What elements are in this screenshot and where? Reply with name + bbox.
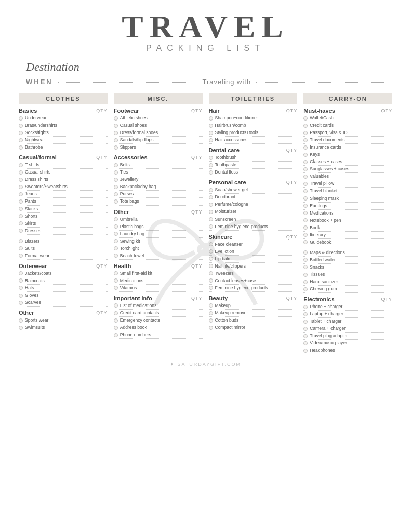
checkbox[interactable] xyxy=(19,246,23,250)
list-item[interactable]: Dresses xyxy=(19,228,108,235)
checkbox[interactable] xyxy=(209,303,213,308)
checkbox[interactable] xyxy=(19,221,23,225)
checkbox[interactable] xyxy=(209,195,213,200)
list-item[interactable]: T-shirts xyxy=(19,162,108,169)
checkbox[interactable] xyxy=(209,124,213,128)
list-item[interactable]: Eye lotion xyxy=(209,248,298,256)
list-item[interactable]: Jewellery xyxy=(114,176,203,183)
list-item[interactable]: Cotton buds xyxy=(209,317,298,324)
list-item[interactable]: Jeans xyxy=(19,191,108,198)
checkbox[interactable] xyxy=(114,131,118,135)
list-item[interactable]: Styling products+tools xyxy=(209,129,298,137)
checkbox[interactable] xyxy=(114,217,118,221)
checkbox[interactable] xyxy=(303,116,308,121)
list-item[interactable]: Feminine hygiene products xyxy=(209,223,298,231)
checkbox[interactable] xyxy=(114,192,118,196)
list-item[interactable]: Casual shoes xyxy=(114,122,203,129)
checkbox[interactable] xyxy=(19,170,23,175)
list-item[interactable]: Dress/formal shoes xyxy=(114,129,203,137)
checkbox[interactable] xyxy=(19,326,23,330)
list-item[interactable]: Belts xyxy=(114,162,203,169)
checkbox[interactable] xyxy=(209,203,213,207)
list-item[interactable]: Guidebook xyxy=(303,239,392,246)
checkbox[interactable] xyxy=(114,145,118,150)
list-item[interactable]: Underwear xyxy=(19,115,108,122)
list-item[interactable]: Shorts xyxy=(19,213,108,220)
list-item[interactable]: Swimsuits xyxy=(19,324,108,331)
checkbox[interactable] xyxy=(114,239,118,243)
list-item[interactable]: Maps & directions xyxy=(303,249,392,257)
checkbox[interactable] xyxy=(19,131,23,135)
list-item[interactable]: Dental floss xyxy=(209,169,298,176)
checkbox[interactable] xyxy=(209,326,213,330)
list-item[interactable]: Hats xyxy=(19,285,108,292)
checkbox[interactable] xyxy=(303,250,308,255)
list-item[interactable]: Travel pillow xyxy=(303,180,392,188)
list-item[interactable]: Gloves xyxy=(19,292,108,299)
list-item[interactable]: Phone + charger xyxy=(303,303,392,311)
list-item[interactable]: Slippers xyxy=(114,144,203,151)
checkbox[interactable] xyxy=(209,131,213,135)
checkbox[interactable] xyxy=(209,188,213,192)
checkbox[interactable] xyxy=(303,211,308,215)
checkbox[interactable] xyxy=(19,239,23,243)
list-item[interactable]: Sports wear xyxy=(19,317,108,324)
list-item[interactable]: Passport, visa & ID xyxy=(303,129,392,137)
checkbox[interactable] xyxy=(209,264,213,268)
list-item[interactable]: Address book xyxy=(114,324,203,331)
checkbox[interactable] xyxy=(303,196,308,201)
list-item[interactable]: Casual shirts xyxy=(19,169,108,176)
checkbox[interactable] xyxy=(303,280,308,284)
list-item[interactable]: Laptop + charger xyxy=(303,311,392,318)
list-item[interactable]: Hair accessories xyxy=(209,137,298,144)
checkbox[interactable] xyxy=(114,138,118,142)
checkbox[interactable] xyxy=(209,224,213,229)
list-item[interactable]: Small first-aid kit xyxy=(114,270,203,277)
list-item[interactable]: Ties xyxy=(114,169,203,176)
list-item[interactable]: Camera + charger xyxy=(303,325,392,332)
checkbox[interactable] xyxy=(19,163,23,167)
checkbox[interactable] xyxy=(114,178,118,182)
checkbox[interactable] xyxy=(19,200,23,204)
checkbox[interactable] xyxy=(114,170,118,175)
checkbox[interactable] xyxy=(114,246,118,250)
checkbox[interactable] xyxy=(303,287,308,291)
list-item[interactable]: Vitamins xyxy=(114,285,203,292)
checkbox[interactable] xyxy=(209,249,213,254)
list-item[interactable]: Bathrobe xyxy=(19,144,108,151)
list-item[interactable]: Lip balm xyxy=(209,256,298,263)
checkbox[interactable] xyxy=(114,200,118,204)
checkbox[interactable] xyxy=(114,232,118,236)
checkbox[interactable] xyxy=(19,271,23,275)
list-item[interactable]: Medications xyxy=(114,277,203,285)
checkbox[interactable] xyxy=(303,153,308,157)
checkbox[interactable] xyxy=(114,318,118,323)
checkbox[interactable] xyxy=(303,204,308,208)
checkbox[interactable] xyxy=(19,145,23,150)
checkbox[interactable] xyxy=(19,318,23,323)
checkbox[interactable] xyxy=(19,185,23,189)
checkbox[interactable] xyxy=(19,229,23,233)
list-item[interactable]: Emergency contacts xyxy=(114,317,203,324)
list-item[interactable]: Hand sanitizer xyxy=(303,278,392,286)
list-item[interactable]: Nightwear xyxy=(19,137,108,144)
checkbox[interactable] xyxy=(209,286,213,290)
list-item[interactable]: Hairbrush/comb xyxy=(209,122,298,129)
list-item[interactable]: Beach towel xyxy=(114,252,203,260)
list-item[interactable]: Scarves xyxy=(19,299,108,307)
list-item[interactable]: Moisturizer xyxy=(209,208,298,216)
list-item[interactable]: Credit card contacts xyxy=(114,310,203,317)
checkbox[interactable] xyxy=(303,182,308,186)
list-item[interactable]: Contact lenses+case xyxy=(209,277,298,285)
list-item[interactable]: Pants xyxy=(19,198,108,205)
checkbox[interactable] xyxy=(303,233,308,237)
list-item[interactable]: Chewing gum xyxy=(303,286,392,293)
checkbox[interactable] xyxy=(19,294,23,298)
checkbox[interactable] xyxy=(114,124,118,128)
list-item[interactable]: Nail file/clippers xyxy=(209,263,298,270)
list-item[interactable]: Blazers xyxy=(19,238,108,245)
checkbox[interactable] xyxy=(303,341,308,345)
checkbox[interactable] xyxy=(114,326,118,330)
list-item[interactable]: Tweezers xyxy=(209,270,298,277)
checkbox[interactable] xyxy=(19,124,23,128)
